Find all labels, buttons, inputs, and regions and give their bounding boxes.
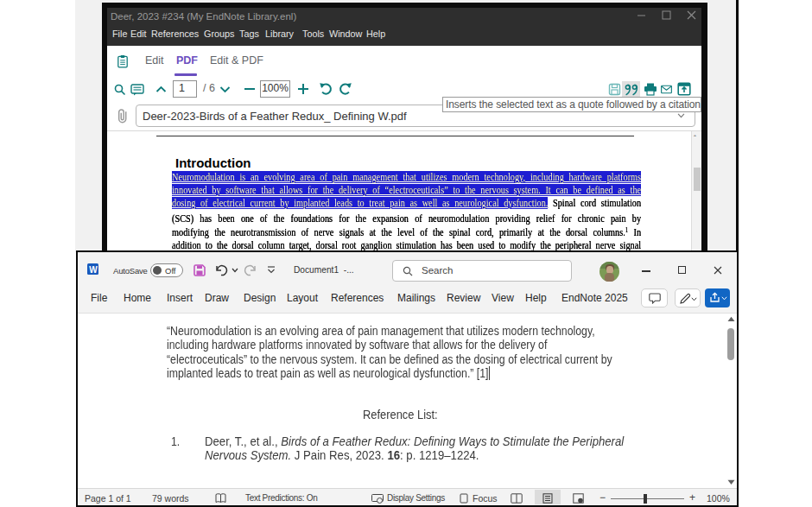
svg-text:W: W (89, 265, 98, 275)
